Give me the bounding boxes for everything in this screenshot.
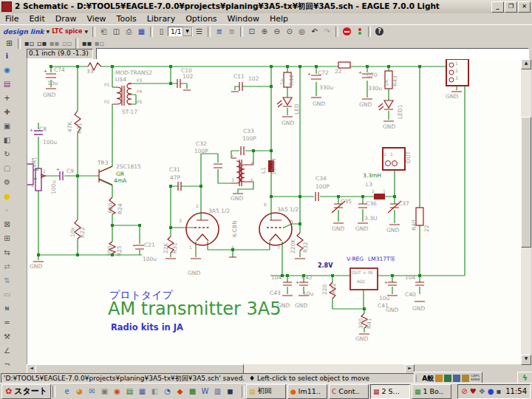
- ime-mode-indicator[interactable]: A般: [422, 374, 434, 383]
- sheet-thumb-icon[interactable]: ▯: [155, 26, 168, 37]
- menu-window[interactable]: Window: [222, 14, 265, 24]
- quick-launch-icon-13[interactable]: ▥: [212, 386, 223, 397]
- start-button[interactable]: ✿ スタート: [1, 384, 51, 399]
- horizontal-scrollbar[interactable]: ◄ ►: [27, 364, 414, 373]
- command-input[interactable]: [96, 48, 529, 60]
- quick-launch-icon-2[interactable]: ◕: [74, 386, 85, 397]
- display-preset-1-icon[interactable]: ▪▫: [23, 38, 35, 49]
- tray-icon-3[interactable]: ❖: [479, 388, 485, 395]
- layers-icon[interactable]: ☰: [193, 26, 205, 37]
- sheet-selector[interactable]: 1/1▼: [168, 27, 193, 36]
- help-icon[interactable]: ?: [373, 26, 386, 37]
- ime-tool-icon[interactable]: [435, 375, 443, 382]
- quick-launch-icon-12[interactable]: W: [200, 386, 211, 397]
- quick-launch-icon-8[interactable]: ◧: [149, 386, 160, 397]
- close-button[interactable]: ✕: [518, 1, 531, 13]
- ime-dict-icon[interactable]: [453, 375, 460, 382]
- menu-draw[interactable]: Draw: [50, 14, 82, 24]
- menu-options[interactable]: Options: [180, 14, 222, 24]
- ltcspice-button[interactable]: LTC spice: [52, 28, 82, 35]
- quick-launch-icon-3[interactable]: ✉: [86, 386, 98, 397]
- smash-icon[interactable]: ⚒: [0, 330, 14, 344]
- scroll-down-icon[interactable]: ▼: [521, 355, 531, 365]
- zoom-in-icon[interactable]: ⊕: [258, 26, 270, 37]
- gateswap-icon[interactable]: ⇅: [0, 273, 14, 287]
- delete-icon[interactable]: ⊠: [0, 217, 14, 231]
- vertical-scroll-thumb[interactable]: [521, 117, 531, 248]
- name-icon[interactable]: N: [0, 301, 14, 316]
- copy-icon[interactable]: ▣: [0, 119, 14, 133]
- info-icon[interactable]: ℹ: [0, 49, 14, 63]
- tray-icon-1[interactable]: ⊘: [461, 388, 467, 395]
- menu-view[interactable]: View: [81, 14, 111, 24]
- quick-launch-icon-7[interactable]: ▦: [137, 386, 148, 397]
- taskbar-window-[interactable]: ▤初回: [246, 384, 286, 399]
- script-icon[interactable]: ≣: [213, 26, 225, 37]
- show-icon[interactable]: ◉: [0, 63, 14, 77]
- export-image-icon[interactable]: ▦: [135, 26, 148, 37]
- display-preset-4-icon[interactable]: ▫▫: [61, 38, 73, 49]
- tray-icon-4[interactable]: ●: [488, 388, 494, 395]
- dim-icon[interactable]: ▭: [0, 287, 14, 301]
- taskbar-window-1bo[interactable]: ▦1 Bo..: [412, 384, 451, 399]
- display-preset-3-icon[interactable]: ▪▪: [48, 38, 61, 49]
- display-layers-icon[interactable]: ▤: [0, 77, 14, 91]
- zoom-out-icon[interactable]: ⊖: [270, 26, 283, 37]
- minimize-button[interactable]: _: [491, 1, 504, 13]
- ime-prop-icon[interactable]: [462, 375, 469, 382]
- pinswap-icon[interactable]: ⇆: [0, 245, 14, 259]
- tray-icon-5[interactable]: ▪: [496, 388, 501, 395]
- scroll-up-icon[interactable]: ▲: [521, 59, 531, 69]
- designlink-button[interactable]: design link: [3, 28, 44, 35]
- schematic-canvas[interactable]: C7410uGND+33MOD-TRANS2U$4P1P2P3P4P5ST-17…: [27, 59, 521, 364]
- grid-icon[interactable]: ⊞: [3, 38, 16, 49]
- ltcspice-dropdown-icon[interactable]: ▼: [84, 29, 88, 34]
- zoom-select-icon[interactable]: ⊙: [283, 26, 296, 37]
- quick-launch-icon-11[interactable]: ▩: [187, 386, 198, 397]
- save-icon[interactable]: ◫: [110, 26, 123, 37]
- quick-launch-icon-14[interactable]: ◼: [225, 386, 236, 397]
- split-icon[interactable]: ¬: [0, 358, 14, 372]
- move-icon[interactable]: ✚: [0, 105, 14, 119]
- restore-button[interactable]: ❐: [505, 1, 517, 13]
- mark-icon[interactable]: +: [0, 91, 14, 105]
- menu-tools[interactable]: Tools: [112, 14, 142, 24]
- menu-library[interactable]: Library: [142, 14, 180, 24]
- mirror-icon[interactable]: ◧: [0, 133, 14, 147]
- open-icon[interactable]: ⎗: [98, 26, 110, 37]
- replace-icon[interactable]: ⇄: [0, 259, 14, 273]
- display-preset-5-icon[interactable]: ▪▪: [81, 38, 93, 49]
- quick-launch-icon-1[interactable]: e: [61, 386, 72, 397]
- menu-help[interactable]: Help: [265, 14, 293, 24]
- cut-icon[interactable]: ◦: [0, 203, 14, 217]
- taskbar-window-lm11[interactable]: ●lm11..: [287, 384, 327, 399]
- quick-launch-icon-5[interactable]: ◉: [112, 386, 123, 397]
- rotate-icon[interactable]: ↻: [0, 147, 14, 161]
- vertical-scrollbar[interactable]: ▲ ▼: [521, 59, 531, 364]
- display-preset-2-icon[interactable]: ▫▪: [35, 38, 48, 49]
- group-icon[interactable]: ▢: [0, 161, 14, 175]
- quick-launch-icon-9[interactable]: ◔: [162, 386, 173, 397]
- menu-file[interactable]: File: [0, 14, 24, 24]
- stop-icon[interactable]: [341, 26, 353, 37]
- tray-icon-2[interactable]: ♥: [470, 388, 477, 395]
- quick-launch-icon-10[interactable]: ◆: [174, 386, 185, 397]
- value-icon[interactable]: =: [0, 316, 14, 330]
- paint-icon[interactable]: ●: [0, 189, 14, 203]
- display-preset-6-icon[interactable]: ▪▫: [93, 38, 106, 49]
- run-ulp-icon[interactable]: ≣: [225, 26, 238, 37]
- change-icon[interactable]: ⚙: [0, 175, 14, 189]
- taskbar-window-2s[interactable]: ▦2 S...: [370, 384, 410, 399]
- menu-edit[interactable]: Edit: [24, 14, 50, 24]
- taskbar-window-cont[interactable]: CCont..: [329, 384, 369, 399]
- zoom-redraw-icon[interactable]: ◎: [296, 26, 308, 37]
- zoom-fit-icon[interactable]: ⊡: [245, 26, 258, 37]
- undo-icon[interactable]: ↶: [308, 26, 321, 37]
- miter-icon[interactable]: ∠: [0, 344, 14, 358]
- quick-launch-icon-4[interactable]: ▣: [99, 386, 110, 397]
- print-icon[interactable]: ⎙: [123, 26, 135, 37]
- ime-pad-icon[interactable]: [444, 375, 451, 382]
- redo-icon[interactable]: ↷: [321, 26, 333, 37]
- add-part-icon[interactable]: ⊞: [0, 231, 14, 245]
- designlink-dropdown-icon[interactable]: ▼: [47, 29, 50, 34]
